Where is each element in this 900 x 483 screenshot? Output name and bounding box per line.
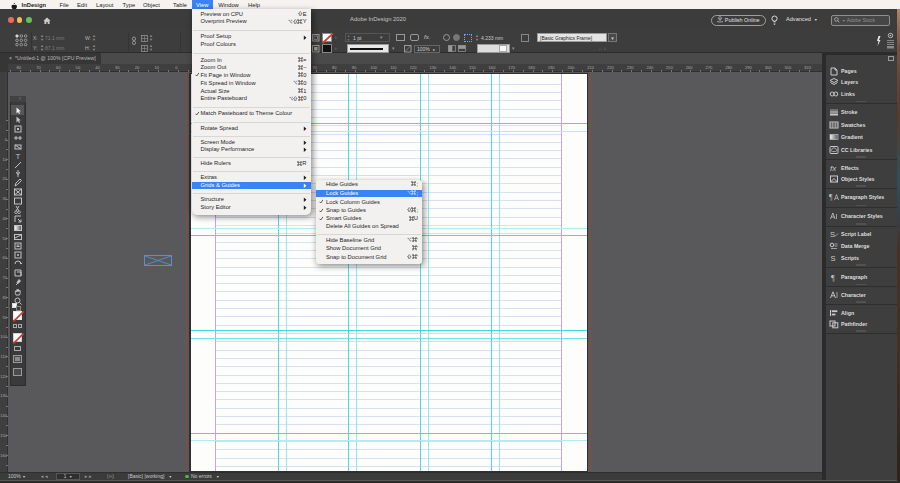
svg-text:S: S xyxy=(830,230,835,239)
svg-text:¶: ¶ xyxy=(831,274,835,283)
svg-text:¶: ¶ xyxy=(829,193,833,202)
svg-text:fx: fx xyxy=(830,164,837,173)
svg-text:S: S xyxy=(830,254,835,263)
